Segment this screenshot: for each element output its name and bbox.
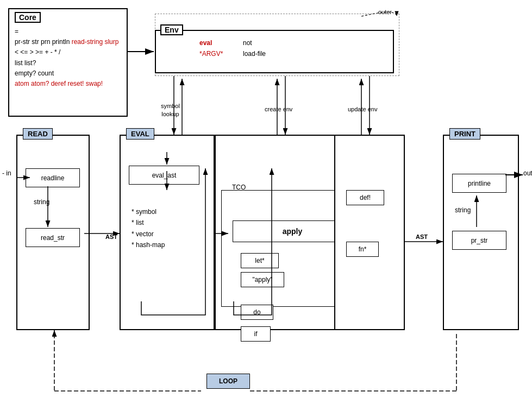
outer-label: outer [377,9,393,15]
load-file-label: load-file [243,50,266,58]
create-env-label: create env [265,106,292,112]
eval-ast-subtypes: * symbol * list * vector * hash-map [132,206,165,251]
eval-ast-box: eval_ast [129,166,199,185]
apply-inner-region: apply let* "apply" do if [221,190,352,307]
argv-label: *ARGV* [199,50,223,58]
read-str-box: read_str [26,228,80,247]
eval-label: eval [199,39,212,47]
do-box: do [241,305,273,320]
read-box: READ readline string read_str [16,135,90,330]
core-label: Core [15,12,41,23]
defn-box: def! fn* [334,135,405,330]
out-label: out [523,169,532,177]
core-box: Core = pr-str str prn println read-strin… [8,8,128,117]
apply-string-box: "apply" [241,272,284,287]
string-label1: string [34,198,49,206]
ast-label1: AST [105,233,117,240]
print-box: PRINT printline string pr_str [443,135,519,330]
tco-label: TCO [232,184,246,191]
ast-label2: AST [416,233,428,240]
core-content: = pr-str str prn println read-string slu… [15,27,118,89]
symbol-lookup-label: symbollookup [161,102,180,119]
let-star-box: let* [241,253,279,268]
def-bang-box: def! [346,190,384,205]
if-box: if [241,326,271,342]
pr-str-box: pr_str [452,231,506,250]
not-label: not [243,39,252,47]
in-label: - in [2,169,11,177]
fn-star-box: fn* [346,242,379,257]
readline-box: readline [26,168,80,187]
env-box: Env eval not load-file *ARGV* [155,30,394,73]
printline-box: printline [452,174,506,193]
loop-box: LOOP [206,374,250,389]
update-env-label: update env [348,106,377,112]
string-label2: string [455,206,471,214]
env-label: Env [160,24,183,35]
eval-box: EVAL eval_ast * symbol * list * vector *… [120,135,215,330]
